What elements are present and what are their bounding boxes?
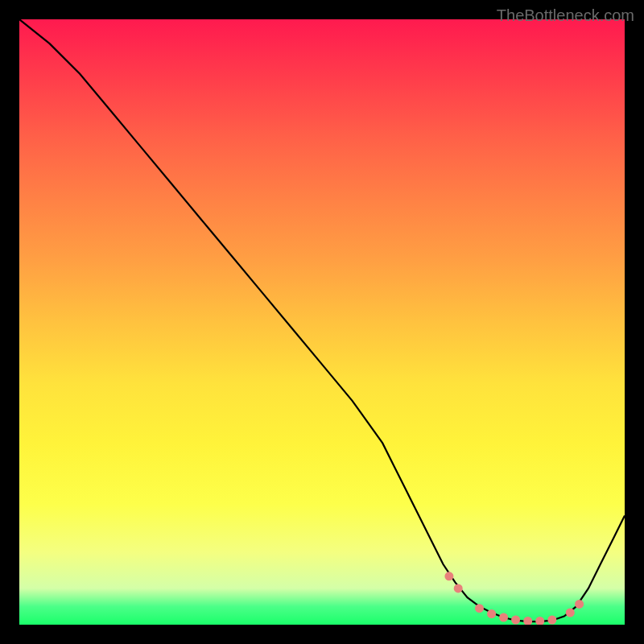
bottleneck-curve-line [19, 19, 625, 621]
marker-dot [566, 609, 575, 617]
marker-dot [487, 609, 496, 618]
marker-dot [454, 584, 463, 592]
marker-dot [475, 604, 484, 613]
marker-dot [575, 600, 584, 609]
marker-dot [499, 613, 508, 622]
marker-dot [535, 617, 544, 625]
marker-dot [444, 572, 453, 580]
watermark-text: TheBottleneck.com [497, 6, 634, 25]
marker-dot [511, 616, 520, 625]
marker-dot [547, 616, 556, 625]
marker-dot [523, 617, 532, 625]
chart-svg [19, 19, 625, 625]
chart-plot-area [19, 19, 625, 625]
